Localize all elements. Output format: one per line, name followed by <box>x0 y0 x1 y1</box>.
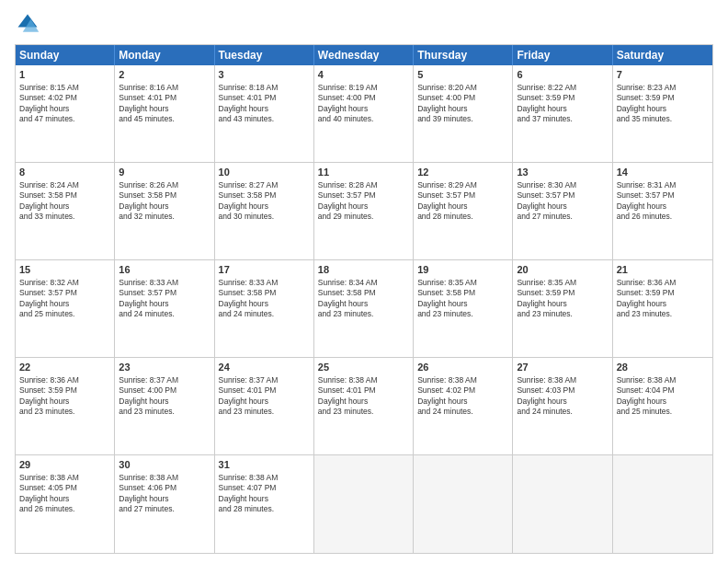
day-number: 10 <box>219 166 310 179</box>
day-cell-26: 26 Sunrise: 8:38 AMSunset: 4:02 PMDaylig… <box>414 358 513 454</box>
day-cell-20: 20 Sunrise: 8:35 AMSunset: 3:59 PMDaylig… <box>513 260 612 357</box>
day-number: 12 <box>417 166 508 179</box>
cell-content: Sunrise: 8:23 AMSunset: 3:59 PMDaylight … <box>617 83 709 125</box>
cell-content: Sunrise: 8:38 AMSunset: 4:07 PMDaylight … <box>219 473 310 515</box>
cell-content: Sunrise: 8:15 AMSunset: 4:02 PMDaylight … <box>19 83 110 125</box>
day-number: 30 <box>119 458 210 472</box>
day-number: 25 <box>318 361 409 374</box>
calendar-body: 1 Sunrise: 8:15 AMSunset: 4:02 PMDayligh… <box>16 65 712 553</box>
day-number: 23 <box>119 361 210 374</box>
day-cell-15: 15 Sunrise: 8:32 AMSunset: 3:57 PMDaylig… <box>16 260 115 357</box>
header-tuesday: Tuesday <box>215 45 314 65</box>
empty-cell <box>414 455 513 553</box>
day-number: 29 <box>19 458 110 472</box>
cell-content: Sunrise: 8:34 AMSunset: 3:58 PMDaylight … <box>318 278 409 320</box>
day-number: 15 <box>19 263 110 277</box>
calendar-week-3: 15 Sunrise: 8:32 AMSunset: 3:57 PMDaylig… <box>16 260 712 358</box>
day-number: 17 <box>219 263 310 277</box>
day-cell-23: 23 Sunrise: 8:37 AMSunset: 4:00 PMDaylig… <box>115 358 214 454</box>
cell-content: Sunrise: 8:33 AMSunset: 3:58 PMDaylight … <box>219 278 310 320</box>
day-number: 18 <box>318 263 409 277</box>
day-cell-24: 24 Sunrise: 8:37 AMSunset: 4:01 PMDaylig… <box>215 358 314 454</box>
day-cell-7: 7 Sunrise: 8:23 AMSunset: 3:59 PMDayligh… <box>613 65 712 162</box>
header-wednesday: Wednesday <box>314 45 414 65</box>
day-number: 16 <box>119 263 210 277</box>
cell-content: Sunrise: 8:35 AMSunset: 3:58 PMDaylight … <box>417 278 508 320</box>
day-number: 6 <box>517 68 608 82</box>
cell-content: Sunrise: 8:37 AMSunset: 4:00 PMDaylight … <box>119 375 210 418</box>
day-number: 24 <box>219 361 310 374</box>
cell-content: Sunrise: 8:35 AMSunset: 3:59 PMDaylight … <box>517 278 608 320</box>
day-cell-28: 28 Sunrise: 8:38 AMSunset: 4:04 PMDaylig… <box>613 358 712 454</box>
calendar-week-1: 1 Sunrise: 8:15 AMSunset: 4:02 PMDayligh… <box>16 65 712 163</box>
day-cell-8: 8 Sunrise: 8:24 AMSunset: 3:58 PMDayligh… <box>16 163 115 259</box>
cell-content: Sunrise: 8:36 AMSunset: 3:59 PMDaylight … <box>617 278 709 320</box>
cell-content: Sunrise: 8:24 AMSunset: 3:58 PMDaylight … <box>19 180 110 223</box>
day-number: 21 <box>617 263 709 277</box>
day-number: 8 <box>19 166 110 179</box>
day-number: 20 <box>517 263 608 277</box>
logo-icon <box>15 11 40 37</box>
calendar-header: Sunday Monday Tuesday Wednesday Thursday… <box>16 45 712 65</box>
cell-content: Sunrise: 8:38 AMSunset: 4:03 PMDaylight … <box>517 375 608 418</box>
day-number: 28 <box>617 361 709 374</box>
day-number: 31 <box>219 458 310 472</box>
day-number: 19 <box>417 263 508 277</box>
day-cell-22: 22 Sunrise: 8:36 AMSunset: 3:59 PMDaylig… <box>16 358 115 454</box>
cell-content: Sunrise: 8:38 AMSunset: 4:05 PMDaylight … <box>19 473 110 515</box>
cell-content: Sunrise: 8:31 AMSunset: 3:57 PMDaylight … <box>617 180 709 223</box>
cell-content: Sunrise: 8:32 AMSunset: 3:57 PMDaylight … <box>19 278 110 320</box>
day-cell-18: 18 Sunrise: 8:34 AMSunset: 3:58 PMDaylig… <box>314 260 414 357</box>
cell-content: Sunrise: 8:27 AMSunset: 3:58 PMDaylight … <box>219 180 310 223</box>
day-cell-3: 3 Sunrise: 8:18 AMSunset: 4:01 PMDayligh… <box>215 65 314 162</box>
day-number: 3 <box>219 68 310 82</box>
logo <box>15 11 44 37</box>
header-sunday: Sunday <box>16 45 115 65</box>
day-cell-5: 5 Sunrise: 8:20 AMSunset: 4:00 PMDayligh… <box>414 65 513 162</box>
day-cell-6: 6 Sunrise: 8:22 AMSunset: 3:59 PMDayligh… <box>513 65 612 162</box>
day-cell-17: 17 Sunrise: 8:33 AMSunset: 3:58 PMDaylig… <box>215 260 314 357</box>
cell-content: Sunrise: 8:26 AMSunset: 3:58 PMDaylight … <box>119 180 210 223</box>
day-cell-19: 19 Sunrise: 8:35 AMSunset: 3:58 PMDaylig… <box>414 260 513 357</box>
cell-content: Sunrise: 8:29 AMSunset: 3:57 PMDaylight … <box>417 180 508 223</box>
day-cell-21: 21 Sunrise: 8:36 AMSunset: 3:59 PMDaylig… <box>613 260 712 357</box>
cell-content: Sunrise: 8:19 AMSunset: 4:00 PMDaylight … <box>318 83 409 125</box>
day-number: 13 <box>517 166 608 179</box>
day-cell-12: 12 Sunrise: 8:29 AMSunset: 3:57 PMDaylig… <box>414 163 513 259</box>
cell-content: Sunrise: 8:18 AMSunset: 4:01 PMDaylight … <box>219 83 310 125</box>
cell-content: Sunrise: 8:20 AMSunset: 4:00 PMDaylight … <box>417 83 508 125</box>
day-number: 5 <box>417 68 508 82</box>
cell-content: Sunrise: 8:37 AMSunset: 4:01 PMDaylight … <box>219 375 310 418</box>
day-number: 22 <box>19 361 110 374</box>
day-cell-10: 10 Sunrise: 8:27 AMSunset: 3:58 PMDaylig… <box>215 163 314 259</box>
calendar-week-5: 29 Sunrise: 8:38 AMSunset: 4:05 PMDaylig… <box>16 455 712 553</box>
cell-content: Sunrise: 8:38 AMSunset: 4:04 PMDaylight … <box>617 375 709 418</box>
calendar: Sunday Monday Tuesday Wednesday Thursday… <box>15 44 713 554</box>
cell-content: Sunrise: 8:36 AMSunset: 3:59 PMDaylight … <box>19 375 110 418</box>
day-number: 2 <box>119 68 210 82</box>
day-cell-30: 30 Sunrise: 8:38 AMSunset: 4:06 PMDaylig… <box>115 455 214 553</box>
day-cell-9: 9 Sunrise: 8:26 AMSunset: 3:58 PMDayligh… <box>115 163 214 259</box>
cell-content: Sunrise: 8:33 AMSunset: 3:57 PMDaylight … <box>119 278 210 320</box>
cell-content: Sunrise: 8:22 AMSunset: 3:59 PMDaylight … <box>517 83 608 125</box>
day-cell-16: 16 Sunrise: 8:33 AMSunset: 3:57 PMDaylig… <box>115 260 214 357</box>
cell-content: Sunrise: 8:38 AMSunset: 4:06 PMDaylight … <box>119 473 210 515</box>
calendar-week-4: 22 Sunrise: 8:36 AMSunset: 3:59 PMDaylig… <box>16 358 712 455</box>
page: Sunday Monday Tuesday Wednesday Thursday… <box>0 0 728 563</box>
day-number: 9 <box>119 166 210 179</box>
cell-content: Sunrise: 8:28 AMSunset: 3:57 PMDaylight … <box>318 180 409 223</box>
empty-cell <box>513 455 612 553</box>
day-cell-4: 4 Sunrise: 8:19 AMSunset: 4:00 PMDayligh… <box>314 65 414 162</box>
cell-content: Sunrise: 8:30 AMSunset: 3:57 PMDaylight … <box>517 180 608 223</box>
day-number: 14 <box>617 166 709 179</box>
header <box>15 11 713 37</box>
day-cell-14: 14 Sunrise: 8:31 AMSunset: 3:57 PMDaylig… <box>613 163 712 259</box>
empty-cell <box>314 455 414 553</box>
day-cell-13: 13 Sunrise: 8:30 AMSunset: 3:57 PMDaylig… <box>513 163 612 259</box>
empty-cell <box>613 455 712 553</box>
day-number: 11 <box>318 166 409 179</box>
cell-content: Sunrise: 8:38 AMSunset: 4:01 PMDaylight … <box>318 375 409 418</box>
day-cell-1: 1 Sunrise: 8:15 AMSunset: 4:02 PMDayligh… <box>16 65 115 162</box>
day-number: 1 <box>19 68 110 82</box>
day-number: 27 <box>517 361 608 374</box>
